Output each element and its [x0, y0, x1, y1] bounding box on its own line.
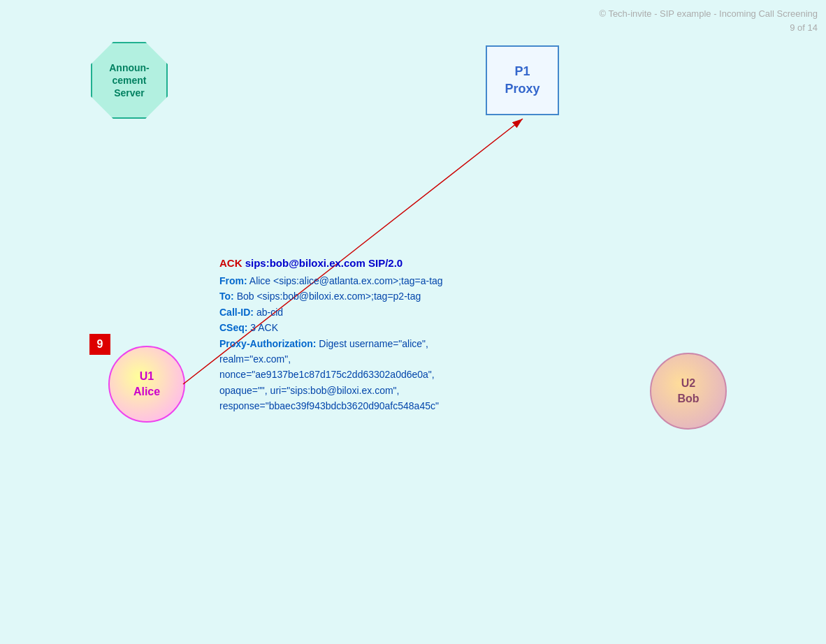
sip-proxyauth-line3: nonce="ae9137be1c87d175c2dd63302a0d6e0a"…: [219, 367, 443, 382]
alice-circle: U1Alice: [108, 346, 185, 423]
bob-circle: U2Bob: [650, 353, 727, 430]
callid-value: ab-cid: [256, 307, 283, 318]
announcement-server: Announ-cementServer: [91, 42, 168, 119]
proxyauth-value2: realm="ex.com",: [219, 353, 291, 365]
callid-label: Call-ID:: [219, 307, 254, 318]
sip-request-line: ACK sips:bob@biloxi.ex.com SIP/2.0: [219, 255, 443, 272]
sip-callid: Call-ID: ab-cid: [219, 305, 443, 320]
bob-label: U2Bob: [677, 376, 699, 407]
proxyauth-label: Proxy-Authorization:: [219, 338, 316, 349]
proxyauth-value1: Digest username="alice",: [319, 338, 428, 349]
sip-proxyauth-line2: realm="ex.com",: [219, 351, 443, 367]
sip-to: To: Bob <sips:bob@biloxi.ex.com>;tag=p2-…: [219, 288, 443, 304]
watermark: © Tech-invite - SIP example - Incoming C…: [599, 7, 818, 34]
alice-label: U1Alice: [133, 369, 160, 400]
from-label: From:: [219, 275, 247, 286]
sip-proxyauth-line5: response="bbaec39f943bdcb3620d90afc548a4…: [219, 398, 443, 414]
to-label: To:: [219, 291, 234, 302]
sip-cseq: CSeq: 3 ACK: [219, 320, 443, 335]
proxyauth-value5: response="bbaec39f943bdcb3620d90afc548a4…: [219, 400, 439, 411]
step-badge: 9: [89, 334, 110, 355]
proxyauth-value3: nonce="ae9137be1c87d175c2dd63302a0d6e0a"…: [219, 369, 435, 380]
sip-proxyauth-line4: opaque="", uri="sips:bob@biloxi.ex.com",: [219, 383, 443, 398]
step-number: 9: [97, 338, 103, 351]
proxy-box: P1Proxy: [486, 45, 559, 115]
from-value: Alice <sips:alice@atlanta.ex.com>;tag=a-…: [249, 275, 443, 286]
sip-message-block: ACK sips:bob@biloxi.ex.com SIP/2.0 From:…: [219, 255, 443, 414]
announcement-server-shape: Announ-cementServer: [91, 42, 168, 119]
sip-proxyauth-line1: Proxy-Authorization: Digest username="al…: [219, 336, 443, 351]
sip-uri: sips:bob@biloxi.ex.com: [245, 257, 365, 269]
cseq-label: CSeq:: [219, 322, 247, 333]
watermark-line1: © Tech-invite - SIP example - Incoming C…: [599, 7, 818, 21]
proxyauth-value4: opaque="", uri="sips:bob@biloxi.ex.com",: [219, 385, 399, 396]
sip-version: SIP/2.0: [368, 257, 403, 269]
announcement-server-label: Announ-cementServer: [109, 61, 150, 100]
watermark-line2: 9 of 14: [599, 21, 818, 35]
to-value: Bob <sips:bob@biloxi.ex.com>;tag=p2-tag: [237, 291, 421, 302]
sip-from: From: Alice <sips:alice@atlanta.ex.com>;…: [219, 273, 443, 288]
proxy-label: P1Proxy: [505, 63, 539, 98]
cseq-value: 3 ACK: [250, 322, 278, 333]
sip-method: ACK: [219, 257, 242, 269]
